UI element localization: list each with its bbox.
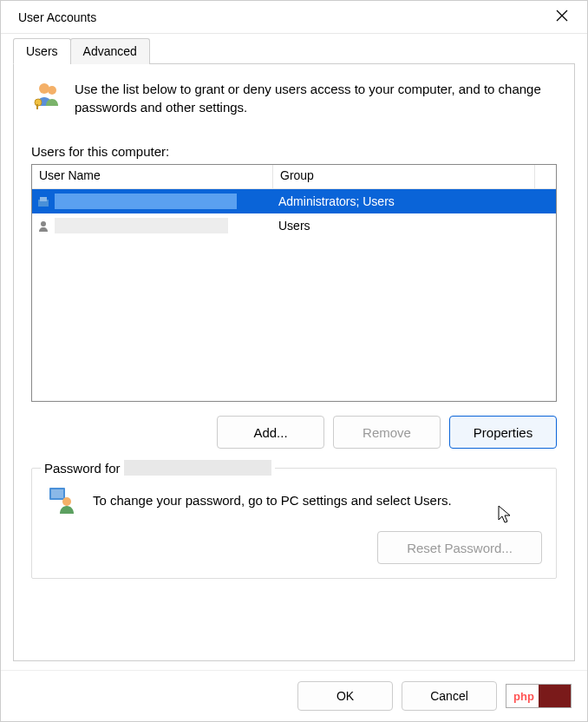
properties-button[interactable]: Properties xyxy=(449,416,557,449)
close-button[interactable] xyxy=(547,4,577,30)
user-monitor-icon xyxy=(46,484,77,515)
password-row: To change your password, go to PC settin… xyxy=(46,484,542,515)
user-buttons-row: Add... Remove Properties xyxy=(31,416,557,449)
password-legend: Password for xyxy=(41,460,275,476)
tab-users[interactable]: Users xyxy=(13,38,71,64)
svg-point-3 xyxy=(48,86,56,95)
user-list[interactable]: User Name Group Administrators; Users xyxy=(31,164,557,402)
password-legend-redacted xyxy=(124,460,271,476)
column-header-gutter xyxy=(535,165,556,188)
add-button[interactable]: Add... xyxy=(217,416,324,449)
user-list-row[interactable]: Administrators; Users xyxy=(32,189,556,213)
cancel-button[interactable]: Cancel xyxy=(402,681,497,711)
ok-button[interactable]: OK xyxy=(297,681,393,711)
svg-rect-10 xyxy=(51,489,63,498)
close-icon xyxy=(556,10,568,22)
intro-text: Use the list below to grant or deny user… xyxy=(75,80,557,116)
cell-username xyxy=(32,218,273,233)
svg-rect-5 xyxy=(36,104,38,109)
cell-group: Users xyxy=(273,219,556,233)
username-redacted xyxy=(55,194,237,209)
dialog-footer: OK Cancel php xyxy=(1,670,587,721)
reset-password-button: Reset Password... xyxy=(377,531,542,564)
password-fieldset: Password for To change your password, go… xyxy=(31,468,557,579)
titlebar: User Accounts xyxy=(1,1,587,34)
php-watermark: php xyxy=(506,684,572,708)
user-accounts-dialog: User Accounts Users Advanced Use the lis… xyxy=(0,0,588,722)
tab-strip: Users Advanced xyxy=(13,38,575,64)
column-header-username[interactable]: User Name xyxy=(32,165,273,188)
svg-point-2 xyxy=(39,83,49,94)
svg-point-11 xyxy=(62,497,71,506)
tab-panel-users: Use the list below to grant or deny user… xyxy=(13,63,575,661)
password-legend-prefix: Password for xyxy=(44,461,121,476)
users-keys-icon xyxy=(31,80,62,111)
password-button-row: Reset Password... xyxy=(46,531,542,564)
cell-username xyxy=(32,194,273,209)
user-list-row[interactable]: Users xyxy=(32,213,556,238)
user-list-label: Users for this computer: xyxy=(31,144,557,159)
username-redacted xyxy=(55,218,228,233)
password-text: To change your password, go to PC settin… xyxy=(93,493,452,508)
svg-point-8 xyxy=(41,221,46,226)
tab-advanced[interactable]: Advanced xyxy=(70,38,150,64)
intro-row: Use the list below to grant or deny user… xyxy=(31,80,557,116)
user-icon xyxy=(37,220,49,232)
user-icon xyxy=(37,195,49,207)
list-header: User Name Group xyxy=(32,165,556,189)
svg-rect-7 xyxy=(40,197,47,201)
dialog-title: User Accounts xyxy=(11,10,547,24)
dialog-content: Users Advanced Use the list below to gra… xyxy=(1,34,587,670)
column-header-group[interactable]: Group xyxy=(273,165,535,188)
cell-group: Administrators; Users xyxy=(273,194,556,208)
remove-button: Remove xyxy=(333,416,441,449)
